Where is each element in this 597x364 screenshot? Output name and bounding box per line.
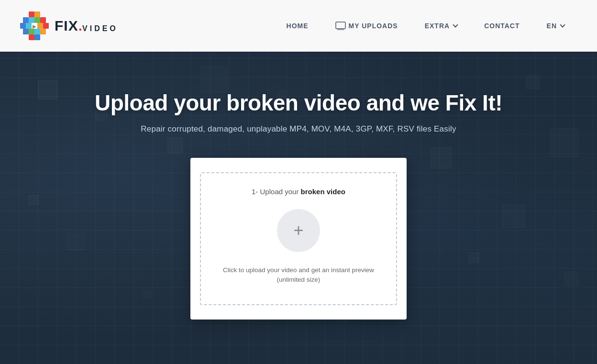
upload-plus-button[interactable]: + <box>277 209 320 252</box>
svg-rect-15 <box>40 29 46 34</box>
svg-rect-1 <box>34 11 40 17</box>
svg-rect-13 <box>29 29 34 34</box>
logo-icon <box>19 11 50 41</box>
svg-rect-4 <box>34 17 40 23</box>
svg-rect-3 <box>29 17 34 23</box>
svg-rect-10 <box>37 23 43 29</box>
svg-rect-17 <box>34 34 40 40</box>
svg-rect-6 <box>20 23 26 29</box>
svg-rect-2 <box>23 17 29 23</box>
main-nav: HOME MY UPLOADS EXTRA CONTACT EN <box>273 0 578 52</box>
plus-icon: + <box>293 222 303 239</box>
nav-uploads[interactable]: MY UPLOADS <box>322 0 411 52</box>
hero-title: Upload your broken video and we Fix It! <box>95 90 502 116</box>
svg-rect-18 <box>336 22 345 29</box>
nav-home[interactable]: HOME <box>273 0 322 52</box>
svg-rect-16 <box>29 34 34 40</box>
svg-rect-0 <box>29 11 34 17</box>
chevron-down-icon <box>453 22 458 27</box>
svg-rect-5 <box>40 17 46 23</box>
nav-contact[interactable]: CONTACT <box>471 0 533 52</box>
upload-card: 1- Upload your broken video + Click to u… <box>190 158 407 320</box>
svg-rect-7 <box>26 23 32 29</box>
svg-rect-19 <box>337 29 344 30</box>
upload-hint: Click to upload your video and get an in… <box>223 265 374 285</box>
upload-icon <box>335 22 346 30</box>
nav-extra[interactable]: EXTRA <box>411 0 471 52</box>
svg-rect-14 <box>34 29 40 34</box>
lang-chevron-icon <box>560 22 565 27</box>
nav-lang[interactable]: EN <box>533 0 578 52</box>
svg-rect-12 <box>23 29 29 34</box>
site-header: FIX.VIDEO HOME MY UPLOADS EXTRA CONTACT … <box>0 0 597 52</box>
logo-link[interactable]: FIX.VIDEO <box>19 11 118 41</box>
svg-rect-11 <box>43 23 49 29</box>
hero-content: Upload your broken video and we Fix It! … <box>85 90 512 158</box>
upload-label: 1- Upload your broken video <box>252 188 345 196</box>
upload-drop-zone[interactable]: 1- Upload your broken video + Click to u… <box>200 172 397 305</box>
hero-subtitle: Repair corrupted, damaged, unplayable MP… <box>95 124 502 134</box>
logo-text: FIX.VIDEO <box>55 18 118 34</box>
hero-section: Upload your broken video and we Fix It! … <box>0 52 597 364</box>
